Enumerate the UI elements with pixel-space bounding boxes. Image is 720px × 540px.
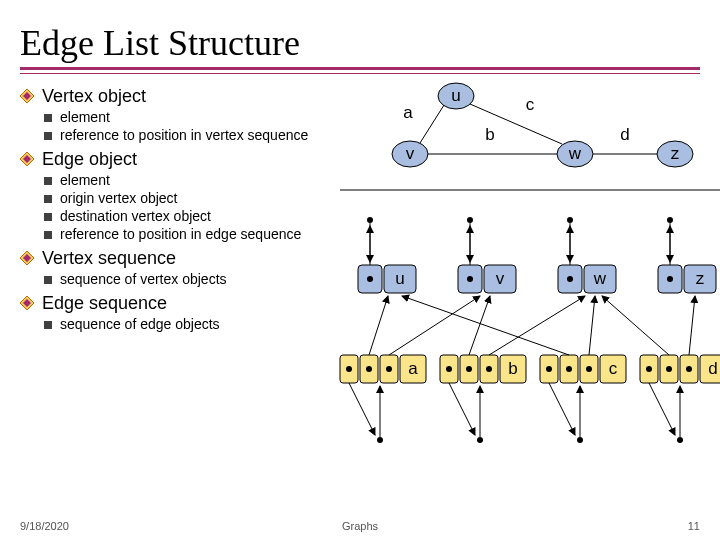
graph-edge-a: a [403,103,413,122]
slide-footer: 9/18/2020 Graphs 11 [20,520,700,532]
eseq-b: b [508,359,517,378]
graph-edge-c: c [526,95,535,114]
vseq-w: w [593,269,607,288]
svg-point-75 [577,437,583,443]
sub-bullet: destination vertex object [44,208,350,224]
bullet-list: Vertex object element reference to posit… [20,80,350,332]
bullet-edge-object: Edge object [20,149,350,170]
sub-label: sequence of edge objects [60,316,220,332]
svg-point-17 [367,217,373,223]
svg-point-19 [567,217,573,223]
sub-bullet: sequence of edge objects [44,316,350,332]
svg-line-84 [649,383,675,435]
vertex-sequence-row: u v w z [358,217,716,293]
sub-label: sequence of vertex objects [60,271,227,287]
edge-sequence-row: a b c d [340,355,720,383]
eseq-a: a [408,359,418,378]
sub-label: destination vertex object [60,208,211,224]
svg-point-55 [546,366,552,372]
sub-bullet: element [44,172,350,188]
svg-point-36 [667,276,673,282]
square-bullet-icon [44,177,52,185]
svg-point-18 [467,217,473,223]
sub-bullet: element [44,109,350,125]
square-bullet-icon [44,114,52,122]
square-bullet-icon [44,276,52,284]
svg-point-56 [566,366,572,372]
footer-date: 9/18/2020 [20,520,69,532]
svg-point-62 [646,366,652,372]
bullet-label: Vertex sequence [42,248,176,269]
svg-point-33 [367,276,373,282]
slide-title: Edge List Structure [20,25,700,63]
svg-point-35 [567,276,573,282]
svg-line-69 [402,296,569,355]
svg-line-71 [602,296,669,355]
svg-point-74 [477,437,483,443]
svg-point-64 [686,366,692,372]
svg-point-41 [346,366,352,372]
vseq-u: u [395,269,404,288]
graph-edge-d: d [620,125,629,144]
title-underline [20,67,700,70]
svg-point-20 [667,217,673,223]
sub-label: element [60,109,110,125]
bullet-vertex-sequence: Vertex sequence [20,248,350,269]
graph-vertex-z: z [671,144,680,163]
sub-label: origin vertex object [60,190,178,206]
diamond-bullet-icon [20,296,34,310]
sub-label: reference to position in vertex sequence [60,127,308,143]
footer-center: Graphs [342,520,378,532]
graph-vertex-u: u [451,86,460,105]
svg-line-68 [489,296,585,355]
sub-bullet: reference to position in vertex sequence [44,127,350,143]
edge-list-diagram: u v w z a b c d [340,80,720,510]
bullet-edge-sequence: Edge sequence [20,293,350,314]
svg-point-34 [467,276,473,282]
diamond-bullet-icon [20,152,34,166]
square-bullet-icon [44,213,52,221]
svg-point-76 [677,437,683,443]
diamond-bullet-icon [20,89,34,103]
square-bullet-icon [44,132,52,140]
svg-line-72 [689,296,695,355]
eseq-d: d [708,359,717,378]
bullet-label: Edge object [42,149,137,170]
svg-line-82 [449,383,475,435]
square-bullet-icon [44,231,52,239]
vseq-v: v [496,269,505,288]
svg-point-48 [446,366,452,372]
bullet-label: Edge sequence [42,293,167,314]
svg-line-83 [549,383,575,435]
sub-label: reference to position in edge sequence [60,226,301,242]
footer-page: 11 [688,520,700,532]
svg-line-81 [349,383,375,435]
square-bullet-icon [44,195,52,203]
svg-line-65 [369,296,388,355]
edge-sequence-list [349,383,683,443]
eseq-c: c [609,359,618,378]
svg-line-66 [389,296,480,355]
bullet-vertex-object: Vertex object [20,86,350,107]
svg-point-49 [466,366,472,372]
svg-point-73 [377,437,383,443]
svg-point-50 [486,366,492,372]
graph-vertex-v: v [406,144,415,163]
sub-bullet: sequence of vertex objects [44,271,350,287]
sub-label: element [60,172,110,188]
graph-vertex-w: w [568,144,582,163]
sub-bullet: origin vertex object [44,190,350,206]
sub-bullet: reference to position in edge sequence [44,226,350,242]
bullet-label: Vertex object [42,86,146,107]
svg-line-14 [470,104,562,144]
graph-edge-b: b [485,125,494,144]
diamond-bullet-icon [20,251,34,265]
svg-point-63 [666,366,672,372]
square-bullet-icon [44,321,52,329]
svg-point-42 [366,366,372,372]
svg-point-57 [586,366,592,372]
svg-point-43 [386,366,392,372]
vseq-z: z [696,269,705,288]
svg-line-12 [420,105,444,143]
svg-line-70 [589,296,595,355]
